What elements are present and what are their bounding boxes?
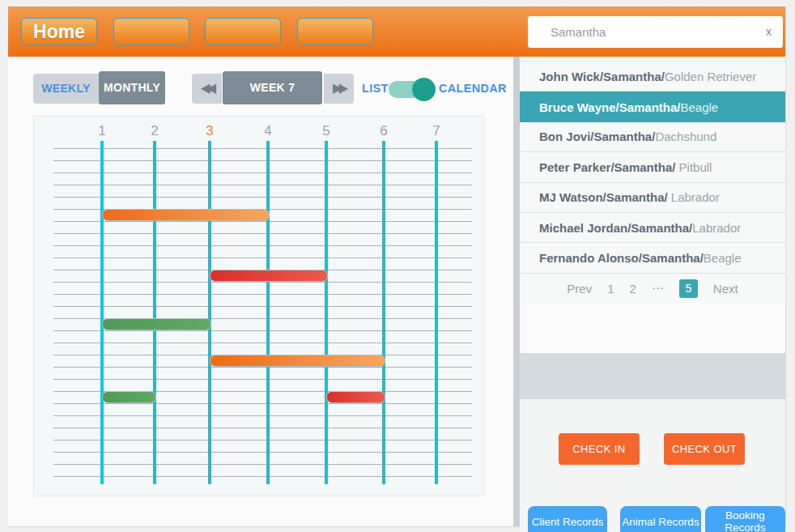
result-item[interactable]: John Wick/Samantha/Golden Retriever [520,62,785,92]
booking-bar-red[interactable] [326,391,385,403]
pagination-next[interactable]: Next [713,282,738,296]
result-pet: Pitbull [675,160,712,174]
week-label-button[interactable]: WEEK 7 [223,71,322,104]
actions-panel: CHECK IN CHECK OUT Client Records Animal… [520,399,785,532]
result-item[interactable]: Fernando Alonso/Samantha/Beagle [520,243,785,273]
result-pet: Beagle [704,251,742,265]
booking-bar-orange[interactable] [210,355,385,367]
result-item[interactable]: MJ Watson/Samantha/ Labrador [520,183,785,213]
sidebar: John Wick/Samantha/Golden RetrieverBruce… [520,57,785,526]
header-bar: Home x [8,6,785,57]
pagination-page-2[interactable]: 2 [630,282,636,296]
result-item[interactable]: Michael Jordan/Samantha/Labrador [520,213,785,243]
calendar-label: CALENDAR [439,82,507,95]
gridline [53,403,472,404]
day-label-2: 2 [147,123,163,139]
search-results-list: John Wick/Samantha/Golden RetrieverBruce… [520,61,785,304]
app-window: Home x WEEKLY MONTHLY ◀◀ WEEK 7 ▶▶ LIST … [8,6,786,527]
gridline [53,221,472,222]
booking-bar-green[interactable] [102,318,211,330]
booking-records-button[interactable]: Booking Records [705,506,785,532]
prev-week-button[interactable]: ◀◀ [192,74,222,104]
result-owner: Bruce Wayne/Samantha/ [539,100,681,114]
result-pet: Labrador [692,221,741,235]
toggle-knob [412,78,436,101]
result-pet: Golden Retriever [665,70,756,83]
result-pet: Beagle [681,100,719,114]
day-label-7: 7 [428,123,444,139]
result-owner: Peter Parker/Samantha/ [539,160,675,174]
day-line-6 [382,141,385,484]
list-label: LIST [362,82,389,95]
gridline [53,306,472,307]
double-right-arrow-icon: ▶▶ [333,72,345,105]
result-pet: Dachshund [655,130,716,143]
day-label-1: 1 [94,123,110,139]
booking-bar-red[interactable] [210,270,328,282]
gridline [53,379,472,380]
monthly-tab[interactable]: MONTHLY [99,71,165,104]
pagination-prev[interactable]: Prev [567,282,592,296]
result-item[interactable]: Bruce Wayne/Samantha/Beagle [520,92,785,121]
client-records-button[interactable]: Client Records [528,506,607,532]
gridline [53,476,472,477]
result-owner: John Wick/Samantha/ [539,70,665,83]
gridline [53,452,472,453]
gridline [53,294,472,295]
animal-records-button[interactable]: Animal Records [620,506,701,532]
nav-button-home[interactable]: Home [21,18,97,45]
list-calendar-toggle[interactable] [389,81,432,98]
day-label-6: 6 [376,123,392,139]
check-out-button[interactable]: CHECK OUT [664,433,745,465]
day-line-1 [100,141,104,484]
pagination-page-1[interactable]: 1 [607,282,614,296]
double-left-arrow-icon: ◀◀ [201,72,213,105]
nav-button-4[interactable] [297,18,373,45]
result-owner: Michael Jordan/Samantha/ [539,221,692,235]
weekly-tab[interactable]: WEEKLY [33,74,99,104]
gridline [53,172,472,173]
result-owner: Bon Jovi/Samantha/ [539,130,655,143]
gridline [53,428,472,428]
day-line-2 [153,141,156,484]
gridline [53,233,472,234]
gridline [53,245,472,246]
booking-calendar-chart: 1234567 [33,116,484,496]
nav-button-2[interactable] [113,18,189,45]
result-owner: Fernando Alonso/Samantha/ [539,251,704,265]
gridline [53,282,472,283]
booking-bar-green[interactable] [102,391,156,403]
gridline [53,185,472,185]
day-line-5 [325,141,328,484]
pagination-ellipsis: ⋯ [652,281,664,296]
search-clear-icon[interactable]: x [766,16,772,48]
day-line-3 [208,141,211,484]
day-label-5: 5 [318,123,334,139]
gridline [53,367,472,368]
day-line-7 [435,141,438,484]
nav-button-3[interactable] [205,18,281,45]
pagination: Prev12⋯5Next [520,274,785,304]
gridline [53,464,472,465]
pagination-page-active[interactable]: 5 [679,279,698,298]
result-item[interactable]: Peter Parker/Samantha/ Pitbull [520,152,785,182]
booking-bar-orange[interactable] [102,209,270,221]
gridline [53,330,472,331]
vertical-divider [513,57,520,526]
day-label-4: 4 [260,123,276,139]
gridline [53,257,472,258]
gridline [53,148,472,149]
next-week-button[interactable]: ▶▶ [324,74,354,104]
gridline [53,197,472,198]
result-pet: Labrador [668,190,720,204]
result-owner: MJ Watson/Samantha/ [539,190,668,204]
gridline [53,440,472,440]
check-in-button[interactable]: CHECK IN [559,433,640,465]
search-box: x [528,16,783,48]
day-line-4 [266,141,270,484]
sidebar-spacer [520,353,785,399]
day-label-3: 3 [202,123,218,139]
gridline [53,415,472,416]
search-input[interactable] [528,16,783,48]
result-item[interactable]: Bon Jovi/Samantha/Dachshund [520,122,785,152]
